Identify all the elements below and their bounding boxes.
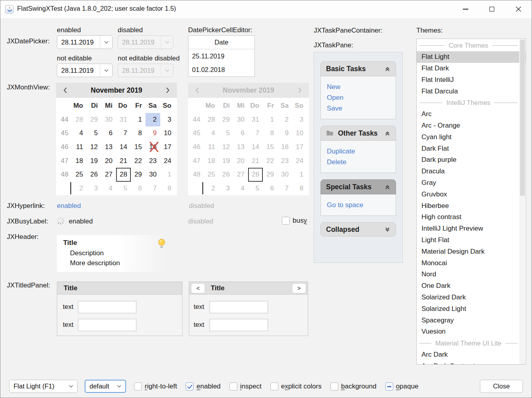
theme-item-spacegray[interactable]: Spacegray xyxy=(417,315,526,326)
theme-item-arc-dark-contrast[interactable]: Arc Dark Contrast xyxy=(417,360,526,365)
task-link-delete[interactable]: Delete xyxy=(327,157,390,167)
chevron-double-up-icon[interactable] xyxy=(384,184,390,190)
day-cell[interactable]: 9 xyxy=(146,126,160,140)
theme-item-flat-light[interactable]: Flat Light xyxy=(417,51,526,63)
minimize-button[interactable] xyxy=(456,0,475,18)
checkbox-explicit-colors[interactable]: explicit colors xyxy=(270,382,322,390)
day-cell[interactable]: 2 xyxy=(72,182,87,196)
close-button[interactable]: Close xyxy=(480,380,523,393)
day-cell[interactable]: 31 xyxy=(116,113,131,127)
day-cell[interactable]: 15 xyxy=(131,140,146,154)
theme-item-gruvbox[interactable]: Gruvbox xyxy=(417,188,526,200)
task-link-go-to-space[interactable]: Go to space xyxy=(327,200,390,210)
day-cell[interactable]: 1 xyxy=(131,113,146,127)
task-pane-header[interactable]: Special Tasks xyxy=(320,179,396,194)
chevron-double-down-icon[interactable] xyxy=(384,227,390,233)
theme-item-dark-flat[interactable]: Dark Flat xyxy=(417,143,526,154)
task-link-duplicate[interactable]: Duplicate xyxy=(327,146,390,157)
theme-item-monocai[interactable]: Monocai xyxy=(417,257,526,269)
theme-item-light-flat[interactable]: Light Flat xyxy=(417,235,526,246)
theme-item-flat-intellij[interactable]: Flat IntelliJ xyxy=(417,74,526,85)
theme-item-nord[interactable]: Nord xyxy=(417,269,526,280)
day-cell[interactable]: 10 xyxy=(160,126,175,140)
themes-scrollbar[interactable] xyxy=(519,39,525,365)
scrollbar-thumb[interactable] xyxy=(520,40,525,196)
theme-item-vuesion[interactable]: Vuesion xyxy=(417,326,526,338)
theme-item-one-dark[interactable]: One Dark xyxy=(417,280,526,292)
day-cell[interactable]: 6 xyxy=(131,182,146,196)
day-cell[interactable]: 3 xyxy=(87,182,101,196)
day-cell[interactable]: 29 xyxy=(131,168,146,182)
theme-item-cyan-light[interactable]: Cyan light xyxy=(417,131,526,143)
theme-item-intellij-light-preview[interactable]: IntelliJ Light Preview xyxy=(417,223,526,235)
maximize-button[interactable] xyxy=(483,0,501,18)
day-cell[interactable]: 8 xyxy=(131,126,146,140)
theme-item-solarized-light[interactable]: Solarized Light xyxy=(417,303,526,315)
option-combobox[interactable]: default xyxy=(85,380,126,393)
hyperlink-enabled[interactable]: enabled xyxy=(57,202,81,210)
checkbox-opaque[interactable]: opaque xyxy=(385,382,419,390)
datepicker-enabled[interactable]: 28.11.2019 xyxy=(57,35,113,49)
day-cell[interactable]: 17 xyxy=(160,140,175,154)
day-cell[interactable]: 22 xyxy=(131,154,146,168)
chevron-double-up-icon[interactable] xyxy=(384,130,390,136)
day-cell[interactable]: 7 xyxy=(146,182,160,196)
day-cell[interactable]: 20 xyxy=(101,154,116,168)
theme-item-arc-orange[interactable]: Arc - Orange xyxy=(417,120,526,132)
day-cell[interactable]: 21 xyxy=(116,154,131,168)
theme-item-gray[interactable]: Gray xyxy=(417,177,526,189)
theme-item-dark-purple[interactable]: Dark purple xyxy=(417,154,526,166)
task-pane-header[interactable]: Other Tasks xyxy=(320,126,396,141)
theme-item-hiberbee[interactable]: Hiberbee xyxy=(417,200,526,212)
prev-button[interactable]: < xyxy=(191,283,205,293)
task-link-save[interactable]: Save xyxy=(327,103,390,114)
day-cell[interactable]: 4 xyxy=(72,126,87,140)
day-cell[interactable]: 5 xyxy=(116,182,131,196)
theme-item-flat-darcula[interactable]: Flat Darcula xyxy=(417,85,526,97)
day-cell[interactable]: 18 xyxy=(72,154,87,168)
theme-item-material-design-dark[interactable]: Material Design Dark xyxy=(417,246,526,257)
day-cell[interactable]: 4 xyxy=(101,182,116,196)
close-window-button[interactable] xyxy=(509,0,528,18)
theme-item-flat-dark[interactable]: Flat Dark xyxy=(417,63,526,74)
table-row[interactable]: 25.11.2019 xyxy=(188,49,254,63)
day-cell[interactable]: 8 xyxy=(160,182,175,196)
checkbox-right-to-left[interactable]: right-to-left xyxy=(134,382,177,390)
busy-checkbox[interactable]: busy xyxy=(282,217,307,225)
day-cell[interactable]: 26 xyxy=(87,168,101,182)
table-row[interactable]: 01.02.2018 xyxy=(188,63,254,76)
task-pane-header[interactable]: Basic Tasks xyxy=(320,61,396,76)
date-value[interactable]: 28.11.2019 xyxy=(57,67,100,74)
chevron-down-icon[interactable] xyxy=(100,64,112,77)
day-cell[interactable]: 13 xyxy=(101,140,116,154)
day-cell[interactable]: 3 xyxy=(160,113,175,127)
theme-item-arc-dark[interactable]: Arc Dark xyxy=(417,349,526,361)
day-cell[interactable]: 1 xyxy=(160,168,175,182)
theme-item-arc[interactable]: Arc xyxy=(417,109,526,120)
chevron-double-up-icon[interactable] xyxy=(384,66,390,72)
day-cell[interactable]: 30 xyxy=(101,113,116,127)
day-cell[interactable]: 12 xyxy=(87,140,101,154)
theme-item-high-contrast[interactable]: High contrast xyxy=(417,212,526,223)
day-cell[interactable]: 11 xyxy=(72,140,87,154)
theme-item-solarized-dark[interactable]: Solarized Dark xyxy=(417,292,526,303)
chevron-down-icon[interactable] xyxy=(100,36,112,49)
day-cell[interactable]: 14 xyxy=(116,140,131,154)
day-cell[interactable]: 24 xyxy=(160,154,175,168)
day-cell[interactable]: 6 xyxy=(101,126,116,140)
text-field[interactable] xyxy=(210,301,268,313)
theme-combobox[interactable]: Flat Light (F1) xyxy=(9,380,78,393)
day-cell[interactable]: 27 xyxy=(101,168,116,182)
theme-item-dracula[interactable]: Dracula xyxy=(417,166,526,177)
day-cell[interactable]: 5 xyxy=(87,126,101,140)
day-cell[interactable]: 7 xyxy=(116,126,131,140)
text-field[interactable] xyxy=(78,319,136,331)
checkbox-enabled[interactable]: enabled xyxy=(186,382,221,390)
day-cell[interactable]: 29 xyxy=(87,113,101,127)
datepicker-not-editable[interactable]: 28.11.2019 xyxy=(57,64,113,77)
task-link-open[interactable]: Open xyxy=(327,92,390,103)
day-cell[interactable]: 30 xyxy=(146,168,160,182)
day-cell[interactable]: 2 xyxy=(146,113,160,127)
day-cell[interactable]: 28 xyxy=(116,168,131,182)
day-cell[interactable]: 23 xyxy=(146,154,160,168)
